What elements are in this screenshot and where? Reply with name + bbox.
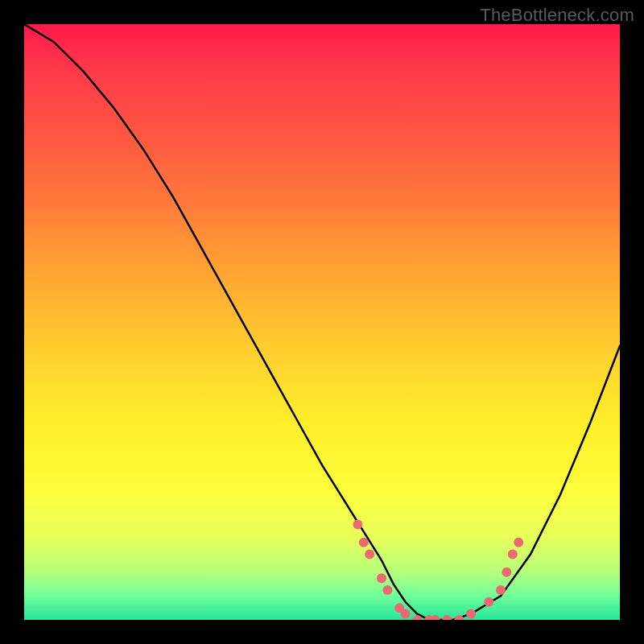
highlight-dot [484,597,493,607]
highlight-dot [496,585,506,595]
watermark-label: TheBottleneck.com [480,5,634,26]
chart-frame: TheBottleneck.com [0,0,644,644]
highlight-dots-group [353,520,523,620]
highlight-dot [431,615,440,620]
highlight-dot [353,520,362,530]
highlight-dot [365,550,374,559]
highlight-dot [502,568,511,577]
highlight-dot [359,538,369,547]
highlight-dot [382,585,392,595]
highlight-dot [514,538,523,547]
curve-svg [24,24,620,620]
highlight-dot [442,615,452,620]
highlight-dot [466,609,476,619]
bottleneck-curve-line [24,24,620,620]
highlight-dot [377,573,386,583]
highlight-dot [508,550,518,559]
gradient-plot-area [24,24,620,620]
highlight-dot [401,609,411,619]
